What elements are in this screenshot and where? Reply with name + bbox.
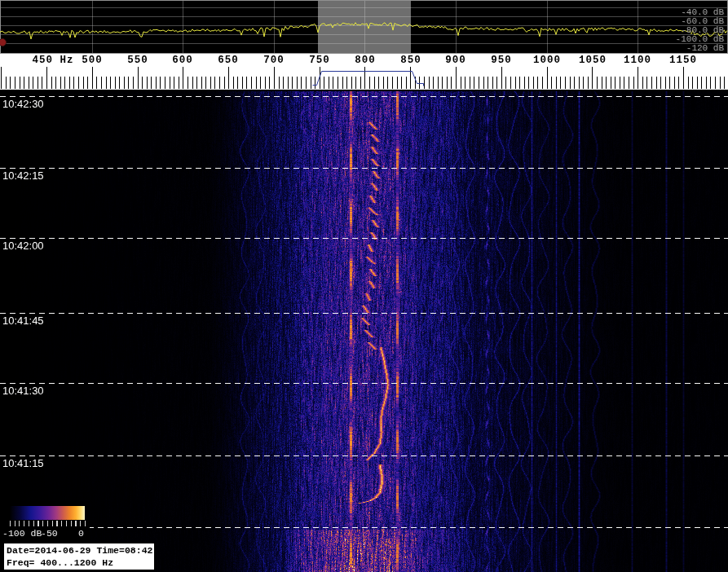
time-label: 10:41:30	[2, 385, 44, 397]
legend-mid-label: -50	[41, 528, 58, 539]
freq-label: 750	[309, 55, 330, 66]
time-label: 10:42:15	[2, 169, 44, 182]
freq-label: 600	[172, 55, 193, 66]
freq-label: 1100	[624, 55, 651, 66]
time-label: 10:41:15	[2, 457, 44, 469]
legend-min-label: -100 dB	[2, 528, 42, 539]
freq-label: 550	[127, 55, 148, 66]
color-gradient-bar	[10, 506, 85, 520]
freq-label: 1000	[533, 55, 561, 66]
status-date-time: Date=2014-06-29 Time=08:42	[7, 544, 152, 557]
status-freq-range: Freq= 400...1200 Hz	[7, 557, 152, 569]
passband-marker[interactable]	[316, 70, 423, 86]
time-label: 10:42:00	[2, 240, 44, 252]
freq-label: 800	[355, 55, 376, 66]
db-axis-label: -120 dB	[686, 44, 724, 53]
freq-label: 500	[82, 55, 103, 66]
freq-label: 1050	[579, 55, 607, 66]
color-scale-ticks	[10, 521, 86, 526]
freq-label: 650	[218, 55, 239, 66]
freq-label: 450 Hz	[32, 55, 73, 66]
freq-label: 900	[445, 55, 466, 66]
cursor-marker-dot[interactable]	[0, 38, 8, 46]
freq-label: 850	[400, 55, 421, 66]
spectrum-plot[interactable]	[0, 0, 728, 54]
frequency-ruler-pane: 450 Hz5005506006507007508008509009501000…	[0, 54, 728, 90]
status-box: Date=2014-06-29 Time=08:42 Freq= 400...1…	[3, 543, 155, 570]
spectrum-lab-display: -40.0 dB -60.0 dB -80.0 dB -100.0 dB -12…	[0, 0, 728, 572]
freq-label: 950	[491, 55, 512, 66]
time-label: 10:41:45	[2, 315, 44, 327]
freq-label: 700	[263, 55, 285, 66]
color-scale-legend: -100 dB -50 0	[0, 501, 90, 543]
legend-max-label: 0	[78, 528, 84, 539]
time-label: 10:42:30	[2, 98, 44, 110]
freq-label: 1150	[669, 55, 697, 66]
waterfall-display[interactable]	[0, 90, 728, 572]
